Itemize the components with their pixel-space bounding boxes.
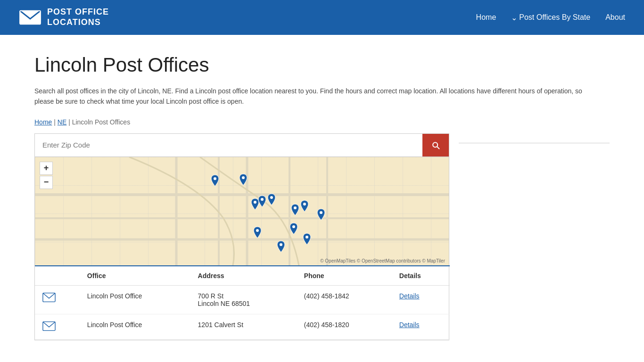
breadcrumb-current: Lincoln Post Offices <box>72 118 130 126</box>
map-controls: + − <box>40 162 53 189</box>
logo-text: POST OFFICE LOCATIONS <box>47 7 109 27</box>
map-roads-svg <box>35 157 449 265</box>
page-title: Lincoln Post Offices <box>34 54 610 76</box>
logo-envelope-icon <box>19 8 41 27</box>
table-header: Office Address Phone Details <box>35 266 450 286</box>
row-address: 1201 Calvert St <box>190 314 297 339</box>
row-icon-cell <box>35 285 80 314</box>
site-logo[interactable]: POST OFFICE LOCATIONS <box>19 7 109 27</box>
row-details: Details <box>392 314 450 339</box>
col-details: Details <box>392 266 450 286</box>
row-address: 700 R St Lincoln NE 68501 <box>190 285 297 314</box>
row-office: Lincoln Post Office <box>80 285 190 314</box>
search-input[interactable] <box>35 134 422 156</box>
breadcrumb-home[interactable]: Home <box>34 118 52 126</box>
table-row: Lincoln Post Office 1201 Calvert St (402… <box>35 314 450 339</box>
map-container: + − <box>34 133 449 340</box>
col-office: Office <box>80 266 190 286</box>
details-link[interactable]: Details <box>399 292 420 300</box>
mail-icon <box>42 292 56 303</box>
col-address: Address <box>190 266 297 286</box>
row-office: Lincoln Post Office <box>80 314 190 339</box>
sidebar-divider <box>459 143 610 143</box>
main-content: Lincoln Post Offices Search all post off… <box>16 35 628 350</box>
content-layout: + − <box>34 133 610 340</box>
chevron-down-icon: ⌄ <box>511 13 517 22</box>
breadcrumb: Home | NE | Lincoln Post Offices <box>34 118 610 126</box>
mail-icon <box>42 321 56 331</box>
zoom-in-button[interactable]: + <box>40 162 53 175</box>
site-header: POST OFFICE LOCATIONS Home ⌄ Post Office… <box>0 0 644 35</box>
map-area: + − <box>35 157 449 265</box>
table-body: Lincoln Post Office 700 R St Lincoln NE … <box>35 285 450 339</box>
nav-post-offices-dropdown[interactable]: ⌄ Post Offices By State <box>511 13 590 22</box>
sidebar <box>459 133 610 143</box>
map-attribution: © OpenMapTiles © OpenStreetMap contribut… <box>320 258 445 263</box>
nav-home[interactable]: Home <box>476 13 496 22</box>
col-phone: Phone <box>297 266 392 286</box>
breadcrumb-ne[interactable]: NE <box>58 118 66 126</box>
row-phone: (402) 458-1842 <box>297 285 392 314</box>
col-icon <box>35 266 80 286</box>
results-table: Office Address Phone Details Lincoln Pos… <box>35 265 450 340</box>
page-description: Search all post offices in the city of L… <box>34 86 600 107</box>
main-nav: Home ⌄ Post Offices By State About <box>476 13 625 22</box>
search-button[interactable] <box>422 134 449 156</box>
row-phone: (402) 458-1820 <box>297 314 392 339</box>
map-and-table: + − <box>34 133 449 340</box>
table-row: Lincoln Post Office 700 R St Lincoln NE … <box>35 285 450 314</box>
details-link[interactable]: Details <box>399 321 420 329</box>
zoom-out-button[interactable]: − <box>40 176 53 189</box>
nav-post-offices-label: Post Offices By State <box>519 13 590 22</box>
search-bar <box>35 134 449 157</box>
search-icon <box>431 140 440 150</box>
row-icon-cell <box>35 314 80 339</box>
row-details: Details <box>392 285 450 314</box>
nav-about[interactable]: About <box>605 13 625 22</box>
